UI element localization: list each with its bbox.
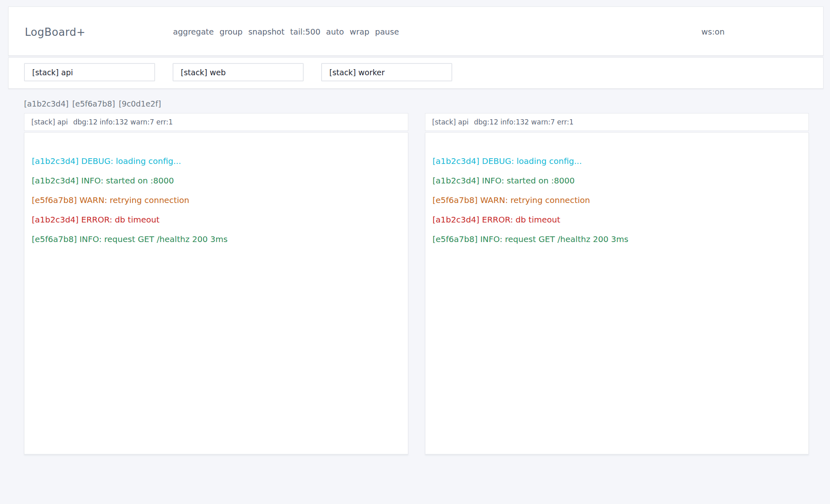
log-panel-stats: dbg:12 info:132 warn:7 err:1 [73, 118, 173, 126]
toolbar-item-pause[interactable]: pause [375, 27, 399, 37]
log-line: [e5f6a7b8] WARN: retrying connection [433, 190, 802, 210]
log-line: [a1b2c3d4] DEBUG: loading config... [433, 151, 802, 171]
stack-filter-input-web[interactable] [173, 63, 304, 81]
trace-id-chip[interactable]: [9c0d1e2f] [119, 99, 161, 109]
log-line: [a1b2c3d4] INFO: started on :8000 [433, 171, 802, 190]
log-line: [e5f6a7b8] INFO: request GET /healthz 20… [433, 229, 802, 249]
filter-bar [8, 57, 823, 89]
panels-grid: [stack] api dbg:12 info:132 warn:7 err:1… [24, 113, 809, 454]
toolbar-item-wrap[interactable]: wrap [350, 27, 369, 37]
app-title: LogBoard+ [25, 26, 173, 38]
log-panel-left: [stack] api dbg:12 info:132 warn:7 err:1… [24, 113, 408, 454]
log-panel-stats: dbg:12 info:132 warn:7 err:1 [474, 118, 574, 126]
app-header: LogBoard+ aggregate group snapshot tail:… [8, 7, 823, 56]
trace-id-chip[interactable]: [a1b2c3d4] [24, 99, 68, 109]
toolbar: aggregate group snapshot tail:500 auto w… [173, 27, 399, 37]
log-line: [e5f6a7b8] WARN: retrying connection [32, 190, 401, 210]
toolbar-item-aggregate[interactable]: aggregate [173, 27, 214, 37]
log-line: [a1b2c3d4] DEBUG: loading config... [32, 151, 401, 171]
log-panel-title: [stack] api [31, 118, 68, 126]
main-content: [a1b2c3d4] [e5f6a7b8] [9c0d1e2f] [stack]… [24, 99, 809, 454]
page: LogBoard+ aggregate group snapshot tail:… [0, 0, 830, 504]
stack-filter-input-api[interactable] [24, 63, 155, 81]
toolbar-item-auto[interactable]: auto [326, 27, 344, 37]
log-line: [e5f6a7b8] INFO: request GET /healthz 20… [32, 229, 401, 249]
log-line: [a1b2c3d4] ERROR: db timeout [32, 210, 401, 229]
log-panel-header: [stack] api dbg:12 info:132 warn:7 err:1 [24, 113, 408, 131]
ws-status-badge[interactable]: ws:on [701, 27, 725, 37]
log-line: [a1b2c3d4] ERROR: db timeout [433, 210, 802, 229]
log-line: [a1b2c3d4] INFO: started on :8000 [32, 171, 401, 190]
log-panel-title: [stack] api [432, 118, 469, 126]
toolbar-item-tail[interactable]: tail:500 [290, 27, 320, 37]
log-panel-body[interactable]: [a1b2c3d4] DEBUG: loading config... [a1b… [24, 132, 408, 454]
log-panel-right: [stack] api dbg:12 info:132 warn:7 err:1… [425, 113, 809, 454]
toolbar-item-group[interactable]: group [219, 27, 243, 37]
stack-filter-input-worker[interactable] [321, 63, 452, 81]
breadcrumb: [a1b2c3d4] [e5f6a7b8] [9c0d1e2f] [24, 99, 809, 109]
log-panel-body[interactable]: [a1b2c3d4] DEBUG: loading config... [a1b… [425, 132, 809, 454]
toolbar-item-snapshot[interactable]: snapshot [248, 27, 285, 37]
trace-id-chip[interactable]: [e5f6a7b8] [72, 99, 115, 109]
log-panel-header: [stack] api dbg:12 info:132 warn:7 err:1 [425, 113, 809, 131]
